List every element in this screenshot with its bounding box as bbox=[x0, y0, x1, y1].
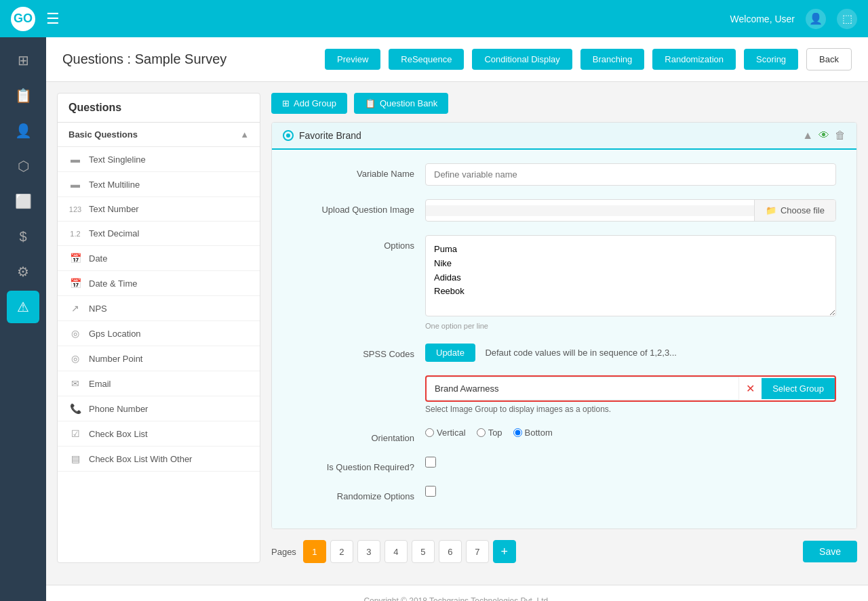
date-time-icon: 📅 bbox=[68, 278, 82, 289]
preview-button[interactable]: Preview bbox=[325, 49, 380, 70]
question-card-header: Favorite Brand ▲ 👁 🗑 bbox=[272, 123, 856, 150]
randomize-checkbox-item bbox=[425, 486, 836, 497]
visibility-button[interactable]: 👁 bbox=[818, 129, 829, 142]
options-label: Options bbox=[292, 235, 414, 251]
add-group-button[interactable]: ⊞ Add Group bbox=[271, 93, 347, 114]
delete-button[interactable]: 🗑 bbox=[835, 129, 846, 142]
file-input-area bbox=[426, 205, 754, 216]
orientation-vertical[interactable]: Vertical bbox=[425, 428, 466, 438]
orientation-bottom-radio[interactable] bbox=[513, 428, 522, 437]
sidebar-settings-icon[interactable]: ⚙ bbox=[7, 255, 39, 288]
text-singleline-icon: ▬ bbox=[68, 154, 82, 165]
date-icon: 📅 bbox=[68, 253, 82, 264]
list-item[interactable]: ▬ Text Multiline bbox=[58, 172, 260, 197]
branching-button[interactable]: Branching bbox=[580, 49, 645, 70]
select-group-button[interactable]: Select Group bbox=[762, 378, 835, 399]
email-icon: ✉ bbox=[68, 378, 82, 389]
variable-name-input[interactable] bbox=[425, 163, 836, 186]
list-item[interactable]: 1.2 Text Decimal bbox=[58, 222, 260, 246]
list-item[interactable]: ▬ Text Singleline bbox=[58, 147, 260, 172]
options-hint: One option per line bbox=[425, 322, 836, 330]
list-item[interactable]: 123 Text Number bbox=[58, 197, 260, 222]
sidebar-dashboard-icon[interactable]: ⊞ bbox=[7, 44, 39, 77]
questions-panel: Questions Basic Questions ▲ ▬ Text Singl… bbox=[57, 93, 260, 563]
checkbox-list-other-icon: ▤ bbox=[68, 453, 82, 464]
hamburger-icon[interactable]: ☰ bbox=[46, 10, 60, 28]
file-icon: 📁 bbox=[766, 205, 776, 215]
top-nav-right: Welcome, User 👤 ⬚ bbox=[730, 9, 857, 29]
basic-questions-section[interactable]: Basic Questions ▲ bbox=[58, 123, 260, 147]
spss-update-button[interactable]: Update bbox=[425, 344, 475, 362]
list-item[interactable]: ◎ Gps Location bbox=[58, 321, 260, 346]
list-item[interactable]: ✉ Email bbox=[58, 371, 260, 396]
sidebar-dollar-icon[interactable]: $ bbox=[7, 220, 39, 253]
text-decimal-icon: 1.2 bbox=[68, 230, 82, 238]
main-wrapper: Questions : Sample Survey Preview ReSequ… bbox=[46, 37, 868, 601]
collapse-button[interactable]: ▲ bbox=[802, 129, 813, 142]
variable-name-label: Variable Name bbox=[292, 163, 414, 179]
orientation-top-radio[interactable] bbox=[477, 428, 486, 437]
orientation-bottom[interactable]: Bottom bbox=[513, 428, 553, 438]
sidebar-square-icon[interactable]: ⬜ bbox=[7, 185, 39, 217]
choose-file-button[interactable]: 📁 Choose file bbox=[754, 200, 835, 221]
orientation-vertical-radio[interactable] bbox=[425, 428, 434, 437]
back-button[interactable]: Back bbox=[806, 48, 852, 70]
list-item[interactable]: ▤ Check Box List With Other bbox=[58, 447, 260, 472]
page-1-button[interactable]: 1 bbox=[303, 540, 326, 563]
page-6-button[interactable]: 6 bbox=[439, 540, 462, 563]
image-group-clear-button[interactable]: ✕ bbox=[738, 377, 762, 400]
randomize-checkbox[interactable] bbox=[425, 486, 436, 497]
page-5-button[interactable]: 5 bbox=[412, 540, 435, 563]
sidebar-alert-icon[interactable]: ⚠ bbox=[7, 291, 39, 323]
footer: Copyright © 2018 Techgrains Technologies… bbox=[46, 585, 868, 601]
add-page-button[interactable]: + bbox=[493, 540, 516, 563]
question-card-body: Variable Name Upload Question Image bbox=[272, 150, 856, 529]
file-input-group: 📁 Choose file bbox=[425, 199, 836, 222]
spss-hint: Defaut code values will be in sequence o… bbox=[485, 348, 677, 358]
required-checkbox[interactable] bbox=[425, 457, 436, 468]
options-textarea[interactable]: Puma Nike Adidas Reebok bbox=[425, 235, 836, 316]
page-title: Questions : Sample Survey bbox=[62, 51, 317, 67]
scoring-button[interactable]: Scoring bbox=[744, 49, 798, 70]
app-logo: GO bbox=[11, 7, 35, 31]
pages-bar: Pages 1 2 3 4 5 6 7 + Save bbox=[271, 529, 857, 563]
image-group-input[interactable] bbox=[427, 378, 738, 399]
randomize-row: Randomize Options bbox=[292, 486, 836, 501]
orientation-top[interactable]: Top bbox=[477, 428, 502, 438]
sidebar-book-icon[interactable]: 📋 bbox=[7, 79, 39, 112]
options-control: Puma Nike Adidas Reebok One option per l… bbox=[425, 235, 836, 330]
sidebar-user-icon[interactable]: 👤 bbox=[7, 115, 39, 147]
questions-panel-header: Questions bbox=[58, 94, 260, 123]
number-point-icon: ◎ bbox=[68, 353, 82, 364]
question-bank-button[interactable]: 📋 Question Bank bbox=[354, 93, 448, 114]
page-4-button[interactable]: 4 bbox=[384, 540, 408, 563]
resequence-button[interactable]: ReSequence bbox=[389, 49, 464, 70]
content-area: Questions Basic Questions ▲ ▬ Text Singl… bbox=[46, 82, 868, 574]
list-item[interactable]: 📅 Date bbox=[58, 246, 260, 271]
page-7-button[interactable]: 7 bbox=[466, 540, 489, 563]
save-button[interactable]: Save bbox=[803, 541, 857, 562]
page-3-button[interactable]: 3 bbox=[357, 540, 380, 563]
conditional-display-button[interactable]: Conditional Display bbox=[472, 49, 572, 70]
orientation-control: Vertical Top Bottom bbox=[425, 428, 836, 438]
list-item[interactable]: ☑ Check Box List bbox=[58, 421, 260, 447]
required-label: Is Question Required? bbox=[292, 457, 414, 472]
list-item[interactable]: 📞 Phone Number bbox=[58, 396, 260, 421]
image-group-label bbox=[292, 375, 414, 381]
spss-codes-row: SPSS Codes Update Defaut code values wil… bbox=[292, 344, 836, 362]
list-item[interactable]: ◎ Number Point bbox=[58, 346, 260, 371]
question-card-actions: ▲ 👁 🗑 bbox=[802, 129, 846, 142]
variable-name-row: Variable Name bbox=[292, 163, 836, 186]
user-avatar-icon[interactable]: 👤 bbox=[806, 9, 826, 29]
page-2-button[interactable]: 2 bbox=[330, 540, 353, 563]
toolbar: ⊞ Add Group 📋 Question Bank bbox=[271, 93, 857, 114]
sidebar-layers-icon[interactable]: ⬡ bbox=[7, 150, 39, 182]
randomization-button[interactable]: Randomization bbox=[652, 49, 736, 70]
list-item[interactable]: 📅 Date & Time bbox=[58, 271, 260, 296]
text-number-icon: 123 bbox=[68, 205, 82, 213]
list-item[interactable]: ↗ NPS bbox=[58, 296, 260, 321]
logout-icon[interactable]: ⬚ bbox=[837, 9, 857, 29]
question-card: Favorite Brand ▲ 👁 🗑 Variable Name bbox=[271, 122, 857, 529]
checkbox-list-icon: ☑ bbox=[68, 428, 82, 439]
image-group-hint: Select Image Group to display images as … bbox=[425, 405, 836, 414]
